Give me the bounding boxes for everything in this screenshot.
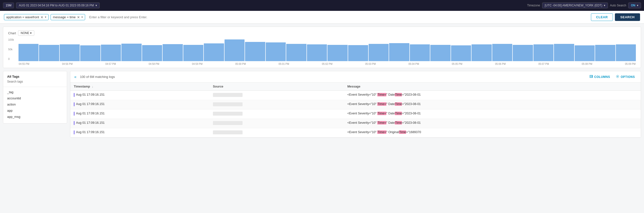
- chart-bar: [101, 45, 121, 61]
- chart-bar: [18, 44, 38, 61]
- x-label: 05:02 PM: [322, 63, 332, 65]
- timestamp-column[interactable]: Timestamp ↓: [70, 83, 210, 91]
- source-cell: [210, 119, 344, 128]
- severity-indicator: [74, 102, 74, 106]
- columns-label: COLUMNS: [594, 75, 610, 79]
- chart-bars-wrapper: 04:55 PM04:56 PM04:57 PM04:58 PM04:59 PM…: [18, 38, 636, 65]
- search-button[interactable]: SEARCH: [615, 13, 640, 21]
- auto-search-value: ON: [631, 4, 635, 7]
- x-label: 05:08 PM: [582, 63, 592, 65]
- filter-bar: application = wavefront ✕ ▾ message = ti…: [0, 11, 644, 24]
- y-label-50k: 50k: [8, 48, 18, 51]
- options-label: OPTIONS: [620, 75, 635, 79]
- highlight-datetime: Time: [395, 121, 402, 125]
- remove-filter-1-button[interactable]: ✕: [40, 15, 44, 19]
- chart-bar: [204, 43, 224, 61]
- sidebar-item[interactable]: app_msg: [3, 114, 67, 120]
- time-range-badge[interactable]: AUG 01 2023 04:54:16 PM to AUG 01 2023 0…: [16, 2, 100, 8]
- gear-icon: [616, 75, 619, 79]
- sidebar-items: _tagaccountidactionappapp_msg: [3, 89, 67, 120]
- x-label: 04:57 PM: [105, 63, 116, 65]
- highlight-datetime: Time: [395, 93, 402, 96]
- source-label: Source: [213, 85, 223, 88]
- chart-container: Chart NONE ▾ 100k 50k 0 04:55 PM04:56 PM…: [3, 27, 641, 68]
- columns-button[interactable]: COLUMNS: [588, 74, 612, 80]
- sidebar-item[interactable]: action: [3, 101, 67, 107]
- timestamp-label: Timestamp: [74, 85, 90, 88]
- source-column[interactable]: Source: [210, 83, 344, 91]
- highlight-datetime: Time: [395, 112, 402, 115]
- chart-none-button[interactable]: NONE ▾: [18, 30, 34, 36]
- chart-bar: [80, 45, 100, 61]
- chart-bar: [513, 45, 533, 61]
- chart-bar: [472, 44, 492, 61]
- timestamp-cell: Aug 01 17:09:16.151: [70, 109, 210, 119]
- chart-y-labels: 100k 50k 0: [8, 38, 18, 60]
- top-bar: 15M AUG 01 2023 04:54:16 PM to AUG 01 20…: [0, 0, 644, 11]
- search-tags-subtitle: Search tags: [3, 80, 67, 86]
- x-label: 04:58 PM: [149, 63, 160, 65]
- svg-rect-1: [591, 75, 592, 78]
- highlight-time: Time=: [377, 121, 386, 125]
- x-label: 05:00 PM: [236, 63, 246, 65]
- chart-bar: [183, 45, 203, 61]
- timestamp-cell: Aug 01 17:09:16.151: [70, 128, 210, 138]
- filter-2-dropdown-icon[interactable]: ▾: [82, 15, 83, 19]
- sort-icon: ↓: [92, 85, 93, 88]
- x-label: 05:01 PM: [278, 63, 289, 65]
- table-row[interactable]: Aug 01 17:09:16.151<Event Severity="10" …: [70, 109, 641, 119]
- auto-search-toggle[interactable]: ON ▾: [628, 2, 641, 8]
- chart-bar: [142, 45, 162, 61]
- chart-bar: [389, 43, 409, 61]
- x-label: 05:03 PM: [365, 63, 376, 65]
- timezone-value: [UTC -04:00] AMERICA/NEW_YORK (EDT): [545, 4, 602, 7]
- chart-bar: [534, 44, 554, 61]
- table-row[interactable]: Aug 01 17:09:16.151<Event Severity="10" …: [70, 128, 641, 138]
- severity-indicator: [74, 121, 74, 125]
- timezone-select[interactable]: [UTC -04:00] AMERICA/NEW_YORK (EDT) ▾: [542, 2, 608, 8]
- timestamp-cell: Aug 01 17:09:16.151: [70, 119, 210, 128]
- clear-button[interactable]: CLEAR: [591, 13, 613, 21]
- table-row[interactable]: Aug 01 17:09:16.151<Event Severity="10" …: [70, 91, 641, 100]
- time-badge[interactable]: 15M: [3, 2, 14, 8]
- chevron-down-icon: ▾: [30, 31, 32, 35]
- source-value: [213, 102, 242, 106]
- table-header: Timestamp ↓ Source Message: [70, 83, 641, 91]
- table-row[interactable]: Aug 01 17:09:16.151<Event Severity="10" …: [70, 100, 641, 109]
- source-value: [213, 121, 242, 125]
- severity-indicator: [74, 93, 74, 97]
- timezone-label: Timezone: [527, 4, 540, 7]
- chart-header: Chart NONE ▾: [8, 30, 636, 36]
- logs-count: 100 of 6M matching logs: [80, 75, 586, 79]
- filter-tag-label: application = wavefront: [6, 15, 39, 19]
- auto-search-label: Auto Search: [610, 4, 626, 7]
- sidebar-item[interactable]: app: [3, 107, 67, 114]
- chevron-down-icon: ▾: [637, 4, 638, 7]
- chart-bar: [430, 45, 450, 61]
- chart-bar: [266, 42, 286, 61]
- filter-tag-message[interactable]: message = time ✕ ▾: [50, 14, 85, 20]
- chart-bar: [492, 44, 512, 61]
- chart-bar: [286, 44, 306, 61]
- chart-bar: [224, 39, 244, 61]
- filter-1-dropdown-icon[interactable]: ▾: [45, 15, 46, 19]
- highlight-datetime: Time: [395, 102, 402, 106]
- table-row[interactable]: Aug 01 17:09:16.151<Event Severity="10" …: [70, 119, 641, 128]
- chart-bar: [162, 44, 182, 61]
- chart-bar: [616, 44, 636, 61]
- chevrons-left-icon[interactable]: «: [74, 75, 76, 79]
- sidebar-item[interactable]: accountid: [3, 95, 67, 101]
- timestamp-cell: Aug 01 17:09:16.151: [70, 91, 210, 100]
- chart-none-label: NONE: [21, 31, 29, 35]
- options-button[interactable]: OPTIONS: [614, 74, 637, 80]
- chart-bar: [122, 44, 142, 61]
- remove-filter-2-button[interactable]: ✕: [77, 15, 80, 19]
- source-value: [213, 112, 242, 116]
- message-column[interactable]: Message: [344, 83, 641, 91]
- main-content: All Tags Search tags _tagaccountidaction…: [3, 71, 641, 138]
- chart-bar: [348, 45, 368, 61]
- y-label-100k: 100k: [8, 38, 18, 41]
- sidebar-item[interactable]: _tag: [3, 89, 67, 95]
- filter-tag-application[interactable]: application = wavefront ✕ ▾: [4, 14, 48, 20]
- filter-input[interactable]: [87, 14, 589, 20]
